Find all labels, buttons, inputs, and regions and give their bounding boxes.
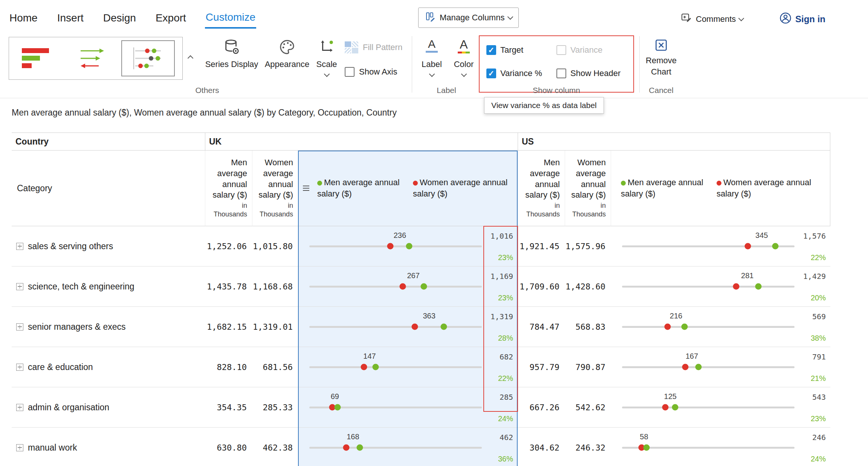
expand-icon[interactable]	[16, 404, 23, 411]
comments-button[interactable]: Comments	[680, 10, 743, 29]
uk-chart-header[interactable]: Men average annual salary ($) Women aver…	[298, 151, 518, 226]
variance-data-label: 363	[423, 312, 435, 320]
units-text: in Thousands	[210, 201, 247, 219]
manage-columns-button[interactable]: Manage Columns	[418, 8, 519, 28]
tab-customize[interactable]: Customize	[205, 5, 256, 29]
expand-icon[interactable]	[16, 243, 23, 250]
women-header-text: Women average annual salary ($)	[570, 157, 606, 200]
us-chart-cell[interactable]: 345 1,576 22%	[611, 226, 830, 267]
show-axis-checkbox[interactable]	[345, 67, 355, 77]
manage-columns-label: Manage Columns	[440, 13, 504, 23]
target-value-label: 1,576	[803, 231, 826, 241]
expand-icon[interactable]	[16, 283, 23, 290]
uk-women-value: 681.56	[252, 347, 298, 387]
category-cell[interactable]: care & education	[12, 347, 205, 387]
men-header-text: Men average annual salary ($)	[210, 157, 247, 200]
category-label: manual work	[28, 443, 77, 453]
uk-chart-cell[interactable]: 168 462 36%	[298, 428, 518, 466]
us-women-value: 1,428.60	[565, 267, 611, 307]
us-men-value: 784.47	[518, 307, 565, 347]
category-cell[interactable]: sales & serving others	[12, 226, 205, 267]
cancel-group-label: Cancel	[640, 86, 682, 95]
us-chart-cell[interactable]: 281 1,429 20%	[611, 267, 830, 307]
uk-chart-cell[interactable]: 267 1,169 23%	[298, 267, 518, 307]
label-button[interactable]: A Label	[417, 33, 446, 86]
variance-data-label: 267	[407, 271, 419, 280]
remove-chart-icon	[640, 38, 682, 52]
palette-icon	[263, 38, 311, 56]
target-checkbox[interactable]	[486, 45, 496, 55]
us-men-column-header[interactable]: Men average annual salary ($) in Thousan…	[518, 151, 565, 226]
person-icon	[779, 12, 792, 27]
us-chart-cell[interactable]: 125 543 23%	[611, 387, 830, 428]
variance-pct-value: 23%	[811, 414, 826, 423]
category-label: science, tech & engineering	[28, 282, 134, 292]
target-value-label: 285	[500, 393, 513, 402]
show-header-checkbox-item[interactable]: Show Header	[556, 69, 620, 78]
variance-pct-value: 24%	[811, 455, 826, 463]
uk-chart-cell[interactable]: 147 682 22%	[298, 347, 518, 387]
variance-pct-checkbox-item[interactable]: Variance %	[486, 69, 542, 78]
show-axis-checkbox-item[interactable]: Show Axis	[345, 67, 397, 77]
men-dot	[421, 283, 427, 290]
men-dot	[440, 324, 447, 330]
us-chart-header[interactable]: Men average annual salary ($) Women aver…	[611, 151, 830, 226]
remove-chart-button[interactable]: Remove Chart	[640, 33, 682, 86]
chart-track	[309, 366, 482, 368]
show-column-group-label: Show column	[479, 86, 634, 95]
us-chart-cell[interactable]: 167 791 21%	[611, 347, 830, 387]
tab-export[interactable]: Export	[155, 5, 187, 28]
chart-type-dotplot-thumbnail[interactable]	[121, 40, 175, 76]
uk-group-header[interactable]: UK	[205, 132, 518, 151]
chevron-down-icon	[461, 71, 467, 77]
variance-pct-checkbox[interactable]	[486, 69, 496, 78]
uk-chart-cell[interactable]: 363 1,319 28%	[298, 307, 518, 347]
category-cell[interactable]: science, tech & engineering	[12, 267, 205, 307]
target-checkbox-item[interactable]: Target	[486, 45, 523, 55]
tab-home[interactable]: Home	[9, 5, 38, 28]
expand-icon[interactable]	[16, 323, 23, 330]
tab-design[interactable]: Design	[102, 5, 137, 28]
others-group-label: Others	[173, 86, 241, 95]
ribbon-divider	[412, 36, 412, 93]
uk-men-column-header[interactable]: Men average annual salary ($) in Thousan…	[205, 151, 252, 226]
ribbon-divider	[639, 36, 640, 93]
category-cell[interactable]: senior managers & execs	[12, 307, 205, 347]
expand-icon[interactable]	[16, 444, 23, 451]
us-group-header[interactable]: US	[518, 132, 830, 151]
arrow-chart-icon	[77, 46, 109, 70]
series-display-button[interactable]: Series Display	[203, 33, 260, 86]
show-header-label: Show Header	[570, 69, 620, 78]
chart-type-bars-thumbnail[interactable]	[11, 40, 65, 76]
us-women-column-header[interactable]: Women average annual salary ($) in Thous…	[565, 151, 611, 226]
uk-women-column-header[interactable]: Women average annual salary ($) in Thous…	[252, 151, 298, 226]
category-cell[interactable]: admin & organisation	[12, 387, 205, 428]
show-header-checkbox[interactable]	[556, 69, 566, 78]
target-value-label: 1,429	[803, 272, 826, 281]
category-cell[interactable]: manual work	[12, 428, 205, 466]
uk-women-value: 1,168.68	[252, 267, 298, 307]
color-button[interactable]: A Color	[449, 33, 478, 86]
men-dot	[643, 445, 649, 451]
chart-track	[622, 286, 795, 288]
tab-insert[interactable]: Insert	[57, 5, 84, 28]
appearance-button[interactable]: Appearance	[263, 33, 311, 86]
us-chart-cell[interactable]: 58 246 24%	[611, 428, 830, 466]
variance-pct-tooltip: View variance % as data label	[484, 97, 604, 114]
country-header: Country	[12, 132, 205, 151]
variance-data-label: 58	[640, 432, 648, 441]
gallery-collapse-button[interactable]	[188, 55, 193, 62]
uk-chart-cell[interactable]: 69 285 24%	[298, 387, 518, 428]
uk-chart-cell[interactable]: 236 1,016 23%	[298, 226, 518, 267]
chart-track	[309, 447, 482, 449]
font-color-icon: A	[449, 38, 478, 53]
chart-type-arrows-thumbnail[interactable]	[66, 40, 120, 76]
expand-icon[interactable]	[16, 364, 23, 371]
sign-in-button[interactable]: Sign in	[779, 10, 825, 29]
drag-handle-icon[interactable]	[303, 186, 309, 191]
us-chart-cell[interactable]: 216 569 38%	[611, 307, 830, 347]
legend-women: Women average annual salary ($)	[413, 177, 512, 199]
legend-men: Men average annual salary ($)	[317, 177, 403, 199]
scale-button[interactable]: Scale	[313, 33, 341, 86]
men-legend-dot	[621, 181, 626, 186]
